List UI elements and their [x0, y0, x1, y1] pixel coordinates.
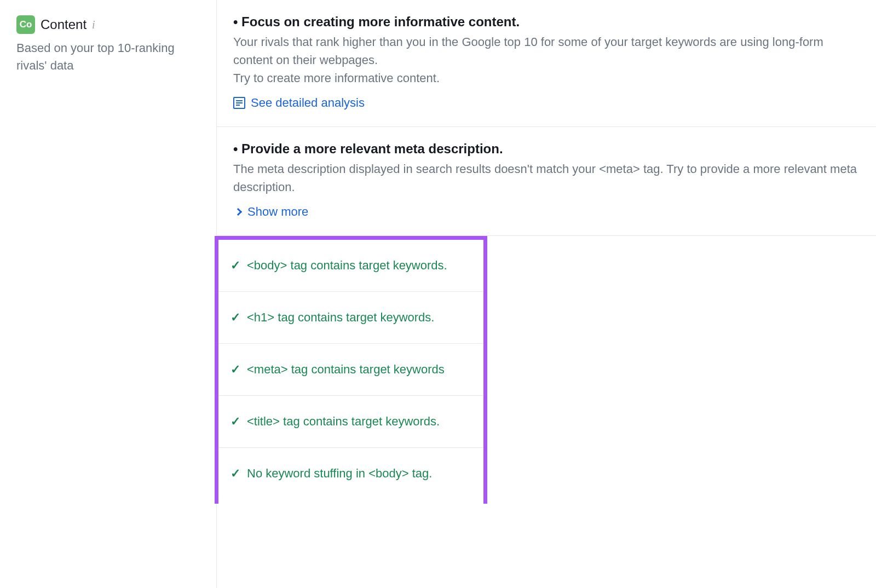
check-text: <meta> tag contains target keywords	[247, 362, 445, 377]
check-text: <title> tag contains target keywords.	[247, 414, 440, 429]
heading-text: Focus on creating more informative conte…	[241, 14, 520, 29]
check-icon: ✓	[230, 260, 240, 272]
main-content: • Focus on creating more informative con…	[216, 0, 876, 588]
show-more-link[interactable]: Show more	[233, 205, 308, 219]
check-row: ✓ <h1> tag contains target keywords.	[218, 292, 483, 344]
highlighted-checks-box: ✓ <body> tag contains target keywords. ✓…	[215, 236, 487, 504]
sidebar-title: Content	[41, 17, 87, 32]
recommendation-section: • Provide a more relevant meta descripti…	[217, 127, 876, 236]
check-icon: ✓	[230, 468, 240, 480]
chevron-right-icon	[234, 208, 242, 216]
section-heading: • Focus on creating more informative con…	[233, 14, 860, 30]
check-icon: ✓	[230, 364, 240, 376]
sidebar-description: Based on your top 10-ranking rivals' dat…	[16, 39, 205, 74]
link-label: See detailed analysis	[251, 96, 365, 110]
check-icon: ✓	[230, 416, 240, 428]
body-text: Try to create more informative content.	[233, 71, 440, 85]
body-text: Your rivals that rank higher than you in…	[233, 35, 823, 67]
check-row: ✓ <meta> tag contains target keywords	[218, 344, 483, 396]
sidebar: Co Content i Based on your top 10-rankin…	[0, 0, 216, 588]
section-heading: • Provide a more relevant meta descripti…	[233, 141, 860, 157]
check-icon: ✓	[230, 312, 240, 324]
recommendation-section: • Focus on creating more informative con…	[217, 0, 876, 127]
link-label: Show more	[247, 205, 308, 219]
sidebar-header: Co Content i	[16, 15, 205, 34]
check-row: ✓ No keyword stuffing in <body> tag.	[218, 448, 483, 504]
document-icon	[233, 97, 245, 109]
section-body: Your rivals that rank higher than you in…	[233, 33, 860, 87]
content-badge-icon: Co	[16, 15, 35, 34]
check-text: No keyword stuffing in <body> tag.	[247, 466, 432, 481]
heading-text: Provide a more relevant meta description…	[241, 141, 503, 156]
check-row: ✓ <title> tag contains target keywords.	[218, 396, 483, 448]
info-icon[interactable]: i	[92, 19, 95, 30]
check-row: ✓ <body> tag contains target keywords.	[218, 240, 483, 292]
section-body: The meta description displayed in search…	[233, 160, 860, 196]
check-text: <body> tag contains target keywords.	[247, 258, 447, 273]
see-detailed-analysis-link[interactable]: See detailed analysis	[233, 96, 365, 110]
check-text: <h1> tag contains target keywords.	[247, 310, 434, 325]
